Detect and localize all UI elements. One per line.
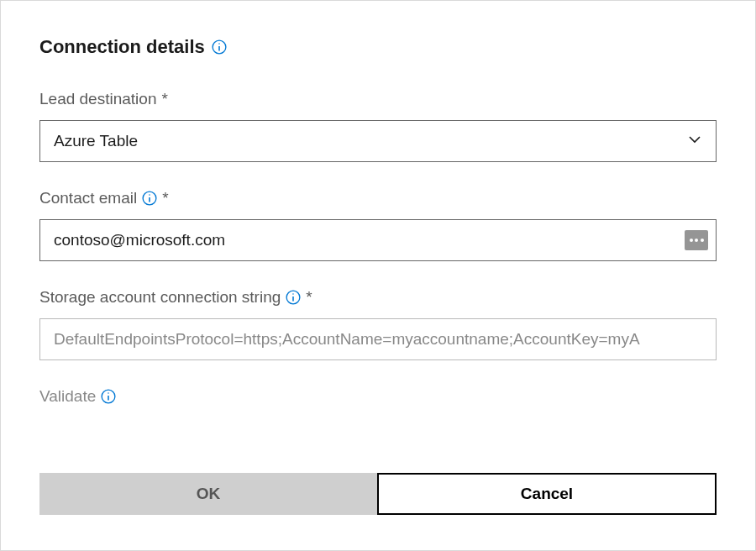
info-icon[interactable] [142, 191, 157, 206]
required-indicator: * [306, 288, 312, 307]
validate-link[interactable]: Validate [39, 387, 717, 406]
lead-destination-select-wrap [39, 120, 717, 162]
connection-string-label-text: Storage account connection string [39, 288, 281, 307]
lead-destination-label: Lead destination * [39, 90, 717, 108]
cancel-button[interactable]: Cancel [377, 473, 717, 515]
connection-string-label: Storage account connection string * [39, 288, 717, 307]
svg-point-2 [218, 43, 220, 45]
info-icon[interactable] [212, 39, 227, 55]
lead-destination-select[interactable] [39, 120, 717, 162]
required-indicator: * [161, 90, 167, 108]
validate-link-text: Validate [39, 387, 96, 406]
info-icon[interactable] [286, 290, 301, 305]
section-title-text: Connection details [39, 36, 205, 58]
connection-string-field: Storage account connection string * Defa… [39, 288, 717, 360]
lead-destination-field: Lead destination * [39, 90, 717, 162]
connection-details-panel: Connection details Lead destination * Co… [0, 0, 756, 551]
connection-string-input[interactable]: DefaultEndpointsProtocol=https;AccountNa… [39, 318, 717, 360]
svg-point-11 [108, 392, 109, 394]
svg-point-8 [293, 293, 295, 295]
contact-email-label: Contact email * [39, 189, 717, 207]
section-title: Connection details [39, 36, 717, 58]
contact-email-input-wrap [39, 219, 717, 261]
contact-email-input[interactable] [39, 219, 717, 261]
required-indicator: * [162, 189, 168, 207]
more-icon[interactable] [685, 230, 708, 250]
contact-email-field: Contact email * [39, 189, 717, 261]
svg-point-5 [149, 194, 150, 196]
ok-button[interactable]: OK [39, 473, 377, 515]
contact-email-label-text: Contact email [39, 189, 137, 207]
info-icon[interactable] [101, 389, 116, 404]
button-row: OK Cancel [39, 473, 717, 515]
lead-destination-label-text: Lead destination [39, 90, 156, 108]
